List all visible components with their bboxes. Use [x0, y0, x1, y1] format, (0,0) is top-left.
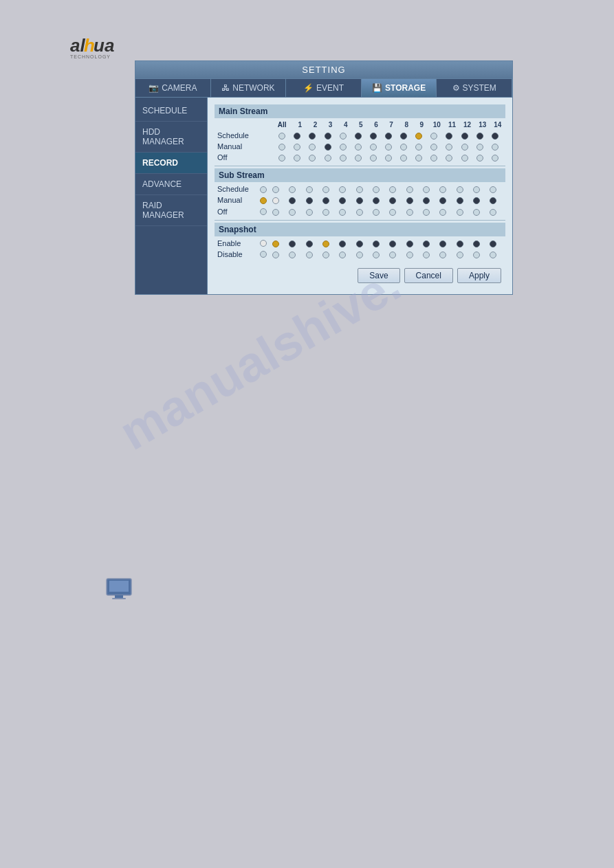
main-schedule-ch4[interactable]	[340, 133, 347, 140]
main-manual-ch8[interactable]	[400, 144, 407, 151]
sub-off-ch2[interactable]	[289, 209, 296, 216]
sub-schedule-ch8[interactable]	[389, 186, 396, 193]
sub-off-ch6[interactable]	[356, 209, 363, 216]
sub-manual-ch5[interactable]	[339, 197, 346, 204]
tab-network[interactable]: 🖧 NETWORK	[211, 79, 287, 97]
sub-manual-ch2[interactable]	[289, 197, 296, 204]
sub-manual-ch8[interactable]	[389, 197, 396, 204]
main-off-ch12[interactable]	[461, 155, 468, 162]
sidebar-item-raid-manager[interactable]: RAID MANAGER	[135, 195, 207, 226]
snapshot-disable-ch9[interactable]	[406, 252, 413, 258]
main-schedule-ch8[interactable]	[400, 133, 407, 140]
sub-off-ch1[interactable]	[272, 209, 279, 216]
sub-manual-ch1[interactable]	[272, 197, 279, 204]
snapshot-disable-ch2[interactable]	[289, 252, 296, 258]
sub-off-ch14[interactable]	[490, 209, 496, 216]
snapshot-enable-ch1[interactable]	[272, 241, 279, 247]
sub-off-all-radio[interactable]	[260, 208, 267, 215]
main-schedule-ch7[interactable]	[385, 133, 392, 140]
snapshot-enable-ch13[interactable]	[473, 241, 480, 247]
sub-off-ch8[interactable]	[389, 209, 396, 216]
main-off-ch6[interactable]	[370, 155, 377, 162]
snapshot-enable-ch4[interactable]	[322, 241, 329, 247]
snapshot-enable-ch9[interactable]	[406, 241, 413, 247]
sub-schedule-ch1[interactable]	[272, 186, 279, 193]
main-off-ch11[interactable]	[446, 155, 452, 162]
main-manual-ch3[interactable]	[325, 144, 331, 151]
main-manual-ch10[interactable]	[430, 144, 437, 151]
snapshot-disable-ch13[interactable]	[473, 252, 480, 258]
main-off-ch14[interactable]	[492, 155, 498, 162]
snapshot-disable-ch6[interactable]	[356, 252, 363, 258]
snapshot-enable-ch14[interactable]	[490, 241, 496, 247]
sidebar-item-schedule[interactable]: SCHEDULE	[135, 100, 207, 122]
main-off-ch4[interactable]	[340, 155, 347, 162]
snapshot-enable-ch12[interactable]	[457, 241, 463, 247]
save-button[interactable]: Save	[358, 268, 399, 283]
sidebar-item-record[interactable]: RECORD	[135, 153, 207, 174]
tab-system[interactable]: ⚙ SYSTEM	[437, 79, 512, 97]
sub-schedule-ch14[interactable]	[490, 186, 496, 193]
main-manual-ch12[interactable]	[461, 144, 468, 151]
sub-manual-ch10[interactable]	[423, 197, 430, 204]
main-schedule-ch3[interactable]	[325, 133, 331, 140]
main-off-all-radio[interactable]	[278, 155, 285, 162]
sub-off-ch13[interactable]	[473, 209, 480, 216]
sub-schedule-ch12[interactable]	[457, 186, 463, 193]
main-schedule-ch5[interactable]	[355, 133, 362, 140]
snapshot-disable-ch4[interactable]	[322, 252, 329, 258]
sub-schedule-ch2[interactable]	[289, 186, 296, 193]
apply-button[interactable]: Apply	[457, 268, 501, 283]
main-manual-ch1[interactable]	[294, 144, 300, 151]
sub-schedule-ch13[interactable]	[473, 186, 480, 193]
main-schedule-ch2[interactable]	[309, 133, 316, 140]
main-off-ch1[interactable]	[294, 155, 300, 162]
sub-schedule-ch6[interactable]	[356, 186, 363, 193]
main-off-ch3[interactable]	[325, 155, 331, 162]
main-manual-ch6[interactable]	[370, 144, 377, 151]
sub-schedule-all-radio[interactable]	[260, 186, 267, 193]
main-schedule-ch13[interactable]	[476, 133, 483, 140]
sub-manual-ch12[interactable]	[457, 197, 463, 204]
sub-off-ch9[interactable]	[406, 209, 413, 216]
tab-storage[interactable]: 💾 STORAGE	[362, 79, 437, 97]
sub-schedule-ch11[interactable]	[439, 186, 446, 193]
tab-camera[interactable]: 📷 CAMERA	[135, 79, 211, 97]
main-off-ch5[interactable]	[355, 155, 362, 162]
snapshot-enable-ch5[interactable]	[339, 241, 346, 247]
sub-off-ch7[interactable]	[373, 209, 380, 216]
main-schedule-ch11[interactable]	[446, 133, 452, 140]
snapshot-enable-ch2[interactable]	[289, 241, 296, 247]
main-schedule-ch10[interactable]	[430, 133, 437, 140]
snapshot-disable-ch10[interactable]	[423, 252, 430, 258]
sub-off-ch5[interactable]	[339, 209, 346, 216]
main-schedule-ch9[interactable]	[415, 133, 422, 140]
main-schedule-ch1[interactable]	[294, 133, 300, 140]
snapshot-disable-ch11[interactable]	[439, 252, 446, 258]
sub-schedule-ch5[interactable]	[339, 186, 346, 193]
snapshot-disable-ch8[interactable]	[389, 252, 396, 258]
sub-manual-ch9[interactable]	[406, 197, 413, 204]
main-manual-ch13[interactable]	[476, 144, 483, 151]
sub-manual-ch4[interactable]	[322, 197, 329, 204]
main-off-ch9[interactable]	[415, 155, 422, 162]
main-manual-ch9[interactable]	[415, 144, 422, 151]
sub-manual-ch6[interactable]	[356, 197, 363, 204]
tab-event[interactable]: ⚡ EVENT	[286, 79, 362, 97]
sub-off-ch12[interactable]	[457, 209, 463, 216]
sub-off-ch11[interactable]	[439, 209, 446, 216]
sidebar-item-hdd-manager[interactable]: HDD MANAGER	[135, 122, 207, 153]
main-off-ch13[interactable]	[476, 155, 483, 162]
cancel-button[interactable]: Cancel	[404, 268, 453, 283]
main-schedule-ch6[interactable]	[370, 133, 377, 140]
snapshot-enable-ch3[interactable]	[306, 241, 313, 247]
sub-manual-ch7[interactable]	[373, 197, 380, 204]
sub-manual-ch11[interactable]	[439, 197, 446, 204]
sub-schedule-ch7[interactable]	[373, 186, 380, 193]
snapshot-disable-ch7[interactable]	[373, 252, 380, 258]
main-manual-ch14[interactable]	[492, 144, 498, 151]
sub-manual-ch3[interactable]	[306, 197, 313, 204]
snapshot-disable-ch12[interactable]	[457, 252, 463, 258]
snapshot-enable-ch10[interactable]	[423, 241, 430, 247]
snapshot-disable-ch5[interactable]	[339, 252, 346, 258]
